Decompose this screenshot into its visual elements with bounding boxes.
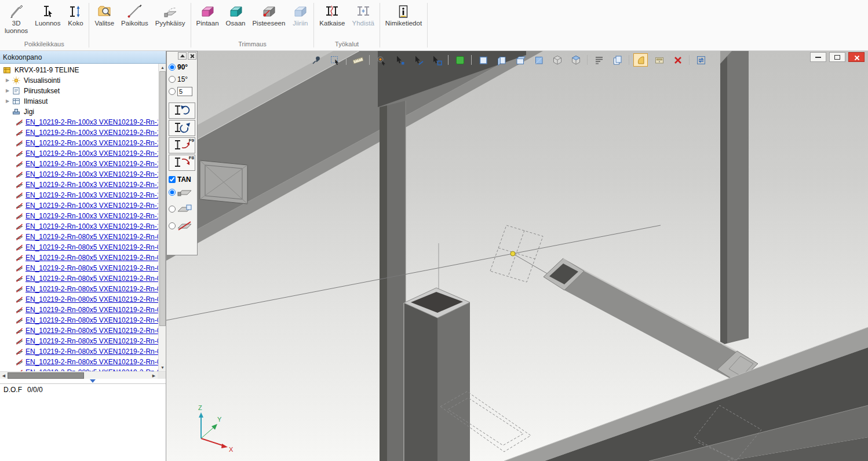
flip-f9-button[interactable]: F9 — [169, 137, 195, 153]
active-point-marker[interactable] — [510, 251, 515, 256]
join-button[interactable]: Yhdistä — [348, 1, 377, 41]
splitter-grip-icon[interactable] — [90, 379, 96, 383]
viewport-tool-view-left[interactable] — [494, 53, 509, 67]
tree-item-part[interactable]: EN_10219-2-Rn-100x3 VXEN10219-2-Rn-1 — [0, 169, 158, 180]
scroll-down-icon[interactable] — [159, 364, 166, 371]
viewport-tool-swap-view[interactable] — [694, 53, 708, 67]
tree-item-part[interactable]: EN_10219-2-Rn-080x5 VXEN10219-2-Rn-0 — [0, 346, 158, 357]
tree-item-part[interactable]: EN_10219-2-Rn-080x5 VXEN10219-2-Rn-0 — [0, 367, 158, 371]
viewport-tool-storage[interactable] — [652, 53, 666, 67]
viewport-tool-highlight-face[interactable] — [453, 53, 467, 67]
horizontal-scrollbar[interactable] — [0, 371, 166, 379]
tree-item-jigi[interactable]: Jigi — [0, 107, 158, 117]
sketch-button[interactable]: Luonnos — [31, 1, 64, 41]
3d-viewport[interactable]: X Y Z 90° 15° F9 — [166, 51, 868, 461]
viewport-tool-view-shaded[interactable] — [531, 53, 546, 67]
viewport-tool-pin[interactable] — [309, 53, 323, 67]
tree-item-part[interactable]: EN_10219-2-Rn-080x5 VXEN10219-2-Rn-0 — [0, 242, 158, 253]
tangent-option[interactable]: TAN — [167, 175, 196, 184]
viewport-tool-copy-attributes[interactable] — [610, 53, 625, 67]
panel-close-button[interactable] — [188, 52, 196, 60]
tree-item-root[interactable]: KRVX-911-9 TELINE — [0, 65, 158, 75]
tree-item-part[interactable]: EN_10219-2-Rn-100x3 VXEN10219-2-Rn-1 — [0, 221, 158, 232]
tree-item-part[interactable]: EN_10219-2-Rn-080x5 VXEN10219-2-Rn-0 — [0, 357, 158, 367]
angle-custom-radio[interactable] — [169, 88, 176, 95]
3d-sketch-button[interactable]: 3D luonnos — [1, 1, 31, 41]
viewport-tool-select-face[interactable] — [429, 53, 444, 67]
expand-arrow-icon[interactable] — [6, 86, 12, 96]
viewport-tool-measure[interactable] — [351, 53, 365, 67]
angle-step-input[interactable] — [177, 87, 192, 96]
left-column[interactable] — [380, 101, 406, 461]
tangent-checkbox[interactable] — [169, 176, 176, 183]
tree-item-part[interactable]: EN_10219-2-Rn-080x5 VXEN10219-2-Rn-0 — [0, 232, 158, 242]
angle-15-option[interactable]: 15° — [167, 73, 196, 85]
angle-90-option[interactable]: 90° — [167, 61, 196, 73]
trim-to-point-button[interactable]: Pisteeseen — [249, 1, 289, 41]
sweep-mode-2-option[interactable] — [167, 200, 196, 217]
size-button[interactable]: Koko — [64, 1, 87, 41]
maximize-button[interactable] — [829, 52, 845, 62]
rotate-ccw-button[interactable] — [169, 103, 195, 119]
scrollbar-thumb[interactable] — [159, 71, 166, 326]
viewport-tool-view-iso[interactable] — [550, 53, 564, 67]
tree-item-visualisointi[interactable]: Visualisointi — [0, 75, 158, 86]
panel-splitter[interactable] — [0, 379, 166, 383]
tree-item-part[interactable]: EN_10219-2-Rn-100x3 VXEN10219-2-Rn-1 — [0, 190, 158, 200]
scroll-up-icon[interactable] — [159, 64, 166, 71]
viewport-tool-tangent-arc[interactable] — [633, 53, 648, 67]
select-button[interactable]: Valitse — [91, 1, 118, 47]
tree-item-part[interactable]: EN_10219-2-Rn-080x5 VXEN10219-2-Rn-0 — [0, 315, 158, 325]
viewport-tool-snap-center[interactable] — [374, 53, 388, 67]
tree-item-part[interactable]: EN_10219-2-Rn-100x3 VXEN10219-2-Rn-1 — [0, 148, 158, 159]
viewport-tool-view-top[interactable] — [513, 53, 527, 67]
viewport-tool-view-iso-select[interactable] — [568, 53, 583, 67]
sketch-plane[interactable] — [490, 225, 543, 282]
item-info-button[interactable]: Nimiketiedot — [382, 1, 425, 47]
position-button[interactable]: Paikoitus — [118, 1, 152, 47]
miter-button[interactable]: Jiiriin — [289, 1, 312, 41]
angle-90-radio[interactable] — [169, 64, 176, 71]
expand-arrow-icon[interactable] — [6, 96, 12, 107]
tree-item-part[interactable]: EN_10219-2-Rn-100x3 VXEN10219-2-Rn-1 — [0, 138, 158, 148]
tree-item-piirustukset[interactable]: Piirustukset — [0, 86, 158, 96]
sweep-mode-3-option[interactable] — [167, 217, 196, 234]
sweep-mode-3-radio[interactable] — [169, 222, 176, 229]
tree-item-part[interactable]: EN_10219-2-Rn-100x3 VXEN10219-2-Rn-1 — [0, 159, 158, 169]
tree-item-part[interactable]: EN_10219-2-Rn-080x5 VXEN10219-2-Rn-0 — [0, 263, 158, 273]
expand-arrow-icon[interactable] — [6, 75, 12, 86]
minimize-button[interactable] — [810, 52, 826, 62]
trim-to-part-button[interactable]: Osaan — [223, 1, 249, 41]
viewport-tool-delete[interactable] — [670, 53, 685, 67]
tree-item-part[interactable]: EN_10219-2-Rn-080x5 VXEN10219-2-Rn-0 — [0, 336, 158, 346]
tree-item-part[interactable]: EN_10219-2-Rn-080x5 VXEN10219-2-Rn-0 — [0, 325, 158, 336]
sweep-mode-1-radio[interactable] — [169, 189, 176, 196]
panel-collapse-button[interactable] — [178, 52, 187, 60]
angle-custom-option[interactable] — [167, 85, 196, 97]
viewport-tool-select-edge[interactable] — [411, 53, 425, 67]
channel-column[interactable] — [404, 288, 470, 461]
tree-item-ilmiasut[interactable]: Ilmiasut — [0, 96, 158, 107]
tree-item-part[interactable]: EN_10219-2-Rn-080x5 VXEN10219-2-Rn-0 — [0, 253, 158, 263]
viewport-tool-select-vertex[interactable] — [392, 53, 407, 67]
tree-item-part[interactable]: EN_10219-2-Rn-080x5 VXEN10219-2-Rn-0 — [0, 273, 158, 284]
vertical-scrollbar[interactable] — [158, 64, 166, 371]
rotate-cw-button[interactable] — [169, 120, 195, 136]
sweep-mode-2-radio[interactable] — [169, 206, 176, 213]
trim-to-face-button[interactable]: Pintaan — [193, 1, 223, 41]
scrollbar-track[interactable] — [84, 372, 150, 379]
angle-15-radio[interactable] — [169, 76, 176, 83]
sweep-mode-1-option[interactable] — [167, 184, 196, 200]
viewport-tool-view-front[interactable] — [476, 53, 490, 67]
right-column[interactable] — [720, 51, 749, 345]
tree-item-part[interactable]: EN_10219-2-Rn-100x3 VXEN10219-2-Rn-1 — [0, 180, 158, 190]
sweep-button[interactable]: Pyyhkäisy — [152, 1, 189, 47]
tree-item-part[interactable]: EN_10219-2-Rn-080x5 VXEN10219-2-Rn-0 — [0, 284, 158, 294]
scrollbar-thumb[interactable] — [8, 372, 84, 379]
split-button[interactable]: Katkaise — [316, 1, 348, 41]
tree-item-part[interactable]: EN_10219-2-Rn-080x5 VXEN10219-2-Rn-0 — [0, 294, 158, 305]
close-button[interactable] — [848, 52, 865, 62]
diagonal-beam[interactable] — [166, 51, 543, 261]
flip-f8-button[interactable]: F8 — [169, 155, 195, 171]
tree-item-part[interactable]: EN_10219-2-Rn-100x3 VXEN10219-2-Rn-1 — [0, 211, 158, 221]
